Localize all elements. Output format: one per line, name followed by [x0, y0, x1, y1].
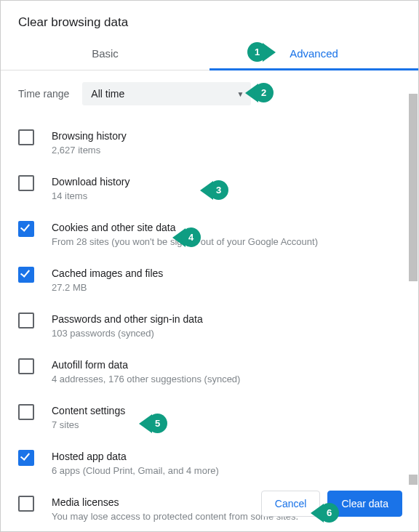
- checkbox-cached[interactable]: [18, 267, 34, 283]
- option-title: Hosted app data: [52, 449, 219, 464]
- option-download-history: Download history14 items: [18, 167, 410, 213]
- options-list: Browsing history2,627 itemsDownload hist…: [18, 121, 410, 532]
- option-title: Content settings: [52, 403, 125, 418]
- option-cookies: Cookies and other site dataFrom 28 sites…: [18, 213, 410, 259]
- checkbox-autofill[interactable]: [18, 358, 34, 374]
- option-subtitle: 27.2 MB: [52, 281, 163, 294]
- checkbox-hosted-app[interactable]: [18, 450, 34, 466]
- scrollbar-thumb[interactable]: [409, 94, 418, 281]
- option-browsing-history: Browsing history2,627 items: [18, 121, 410, 167]
- dialog-footer: Cancel Clear data: [261, 491, 402, 517]
- option-title: Browsing history: [52, 129, 127, 143]
- checkbox-content-settings[interactable]: [18, 404, 34, 420]
- option-autofill: Autofill form data4 addresses, 176 other…: [18, 350, 410, 396]
- option-title: Passwords and other sign-in data: [52, 312, 203, 326]
- option-hosted-app: Hosted app data6 apps (Cloud Print, Gmai…: [18, 442, 410, 488]
- time-range-select[interactable]: All time ▼: [82, 82, 251, 105]
- checkbox-download-history[interactable]: [18, 175, 34, 191]
- cancel-button[interactable]: Cancel: [261, 491, 321, 517]
- option-subtitle: 6 apps (Cloud Print, Gmail, and 4 more): [52, 464, 219, 477]
- time-range-value: All time: [91, 88, 124, 100]
- option-title: Download history: [52, 174, 129, 189]
- option-passwords: Passwords and other sign-in data103 pass…: [18, 305, 410, 350]
- tab-advanced[interactable]: Advanced: [210, 39, 418, 70]
- option-subtitle: 4 addresses, 176 other suggestions (sync…: [52, 373, 240, 386]
- clear-data-button[interactable]: Clear data: [327, 491, 402, 517]
- scrollbar[interactable]: [408, 72, 418, 491]
- chevron-down-icon: ▼: [236, 90, 244, 98]
- scrollbar-thumb-bottom[interactable]: [409, 475, 418, 485]
- time-range-row: Time range All time ▼: [18, 82, 410, 105]
- checkbox-browsing-history[interactable]: [18, 129, 34, 145]
- option-cached: Cached images and files27.2 MB: [18, 259, 410, 305]
- tab-basic[interactable]: Basic: [1, 39, 210, 70]
- option-title: Cached images and files: [52, 266, 163, 281]
- tabs: Basic Advanced: [1, 39, 418, 70]
- time-range-label: Time range: [18, 88, 69, 100]
- clear-browsing-data-dialog: Clear browsing data Basic Advanced Time …: [0, 0, 419, 532]
- option-subtitle: 7 sites: [52, 419, 125, 432]
- option-subtitle: 103 passwords (synced): [52, 327, 203, 340]
- option-title: Autofill form data: [52, 358, 240, 372]
- option-subtitle: From 28 sites (you won't be signed out o…: [52, 235, 318, 249]
- option-subtitle: 14 items: [52, 190, 129, 203]
- option-title: Cookies and other site data: [52, 220, 318, 235]
- checkbox-passwords[interactable]: [18, 313, 34, 329]
- dialog-title: Clear browsing data: [1, 1, 418, 39]
- option-content-settings: Content settings7 sites: [18, 396, 410, 442]
- checkbox-cookies[interactable]: [18, 221, 34, 237]
- option-subtitle: 2,627 items: [52, 144, 127, 157]
- checkbox-media-licenses[interactable]: [18, 496, 34, 512]
- dialog-body: Time range All time ▼ Browsing history2,…: [1, 70, 418, 532]
